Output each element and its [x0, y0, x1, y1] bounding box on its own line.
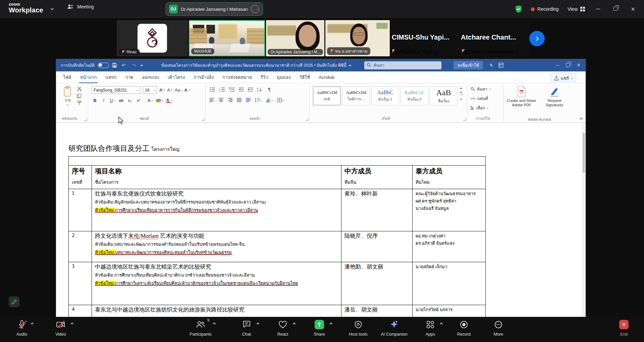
security-shield-icon[interactable] — [515, 5, 522, 13]
shared-screen-tab[interactable]: DJ Dr.Apiradee Jansaeng I Mahasara ··· — [166, 2, 263, 16]
end-meeting-button[interactable]: ✕ End — [605, 320, 642, 337]
underline-button[interactable]: U — [110, 98, 115, 103]
pen-mode-icon[interactable]: ✎ — [488, 63, 495, 68]
record-button[interactable]: Record — [445, 320, 482, 337]
grow-font-icon[interactable]: A˄ — [159, 88, 165, 93]
audio-options-chevron-icon[interactable] — [31, 323, 34, 325]
video-options-chevron-icon[interactable] — [71, 323, 73, 325]
numbering-icon[interactable]: 123 — [219, 87, 225, 92]
cut-icon[interactable] — [77, 87, 82, 91]
styles-dialog-launcher[interactable] — [463, 118, 466, 121]
apps-button[interactable]: Apps — [412, 320, 449, 337]
font-color-button[interactable]: A — [166, 98, 173, 103]
restore-window-button[interactable] — [611, 6, 620, 12]
style-heading1[interactable]: AaBbC หัวเรื่อง 1 — [371, 87, 399, 105]
video-tile-rinac[interactable]: Rinac — [117, 20, 188, 56]
tab-insert[interactable]: แทรก — [101, 71, 121, 83]
borders-icon[interactable] — [277, 98, 284, 102]
tab-file[interactable]: ไฟล์ — [59, 71, 76, 83]
document-scrollbar[interactable] — [582, 123, 586, 342]
style-title[interactable]: AaB ชื่อเรื่อง — [430, 87, 458, 105]
multilevel-list-icon[interactable] — [229, 87, 235, 92]
change-case-icon[interactable]: Aa — [175, 88, 182, 93]
apps-chevron-icon[interactable] — [440, 323, 443, 325]
line-spacing-icon[interactable] — [255, 98, 262, 102]
ai-companion-button[interactable]: AI Companion — [376, 320, 413, 337]
word-minimize-button[interactable]: ─ — [553, 63, 563, 68]
tab-references[interactable]: การอ้างอิง — [189, 71, 218, 83]
font-size-select[interactable]: 16 — [143, 86, 157, 94]
next-participants-button[interactable] — [529, 31, 545, 46]
recording-indicator[interactable]: Recording — [531, 6, 559, 12]
save-icon[interactable] — [112, 63, 117, 68]
justify-icon[interactable] — [237, 98, 242, 102]
find-button[interactable]: ค้นหา — [471, 86, 503, 92]
tab-acrobat[interactable]: Acrobat — [314, 72, 339, 82]
word-close-button[interactable]: × — [573, 62, 584, 69]
participants-button[interactable]: 9 Participants — [182, 320, 219, 337]
sign-in-button[interactable]: ลงชื่อเข้าใช้ — [453, 61, 483, 69]
request-signatures-button[interactable]: Request Signatures — [539, 86, 570, 122]
share-screen-button[interactable]: Share — [301, 320, 338, 337]
styles-scroll-up-icon[interactable] — [460, 88, 462, 90]
host-tools-button[interactable]: Host tools — [340, 320, 377, 337]
align-center-icon[interactable] — [219, 98, 224, 102]
paragraph-dialog-launcher[interactable] — [306, 118, 308, 121]
increase-indent-icon[interactable] — [248, 87, 253, 92]
video-button[interactable]: Video — [42, 320, 79, 337]
style-heading2[interactable]: AaBbCcC หัวเรื่อง 2 — [400, 87, 428, 105]
font-name-select[interactable]: FangSong_GB231: — [92, 86, 141, 94]
meeting-tab[interactable]: Meeting — [67, 4, 94, 9]
sort-icon[interactable]: AZ — [257, 87, 263, 92]
share-chevron-icon[interactable] — [330, 323, 332, 325]
bullets-icon[interactable] — [210, 87, 215, 92]
pilcrow-icon[interactable]: ¶ — [267, 87, 272, 92]
chat-button[interactable]: Chat — [228, 320, 265, 337]
tab-more-button[interactable]: ··· — [251, 5, 259, 13]
tab-view[interactable]: มุมมอง — [272, 71, 295, 83]
copy-icon[interactable] — [77, 94, 82, 98]
autosave-toggle[interactable] — [98, 63, 109, 68]
subscript-button[interactable]: x₂ — [127, 98, 132, 103]
document-area[interactable]: 研究团队合作项目及分工 โครงการใหญ่ 序号เลขที่ 项目名称ชื่… — [56, 123, 586, 342]
align-left-icon[interactable] — [210, 98, 215, 102]
clipboard-dialog-launcher[interactable] — [84, 118, 87, 121]
superscript-button[interactable]: x² — [136, 98, 141, 103]
italic-button[interactable]: I — [101, 98, 106, 103]
title-chevron-icon[interactable] — [349, 64, 351, 66]
video-tile-maxhub[interactable]: MAXHUB — [189, 20, 265, 56]
quick-toolbar-chevron-icon[interactable] — [141, 64, 143, 66]
paste-button[interactable]: วาง — [60, 86, 75, 108]
tab-home[interactable]: หน้าแรก — [76, 71, 101, 83]
react-chevron-icon[interactable] — [293, 323, 296, 325]
format-painter-icon[interactable] — [77, 101, 82, 105]
shrink-font-icon[interactable]: A˅ — [167, 88, 172, 93]
redo-icon[interactable]: ↷ — [130, 63, 138, 68]
highlight-color-button[interactable]: ab — [156, 98, 163, 103]
more-button[interactable]: More — [480, 320, 517, 337]
distribute-icon[interactable] — [246, 98, 251, 102]
align-right-icon[interactable] — [228, 98, 233, 102]
font-dialog-launcher[interactable] — [202, 118, 204, 121]
video-tile-apiradee[interactable]: Dr.Apiradee Jansaeng I M... — [266, 20, 324, 56]
tab-review[interactable]: รีวิว — [256, 71, 272, 83]
replace-button[interactable]: ab แทนที่ — [471, 95, 503, 102]
styles-gallery-more-icon[interactable] — [460, 95, 463, 101]
collapse-ribbon-icon[interactable] — [580, 118, 583, 121]
create-share-pdf-button[interactable]: Create and Share Adobe PDF — [506, 86, 537, 122]
shading-icon[interactable] — [266, 98, 273, 102]
audio-button[interactable]: Audio — [3, 320, 40, 337]
styles-scroll-down-icon[interactable] — [460, 91, 462, 93]
react-button[interactable]: React — [264, 320, 301, 337]
tab-design[interactable]: ออกแบบ — [138, 71, 163, 83]
tab-mailings[interactable]: การส่งจดหมาย — [218, 71, 256, 83]
share-document-button[interactable]: แชร์ — [550, 73, 576, 83]
minimize-window-button[interactable]: ─ — [594, 6, 602, 12]
chat-chevron-icon[interactable] — [256, 323, 259, 325]
search-input[interactable] — [364, 61, 441, 69]
tab-draw[interactable]: วาด — [121, 71, 138, 83]
style-no-spacing[interactable]: AaBbCcDd ไม่มีการเ... — [342, 87, 370, 105]
style-normal[interactable]: AaBbCcDd ปกติ — [313, 87, 341, 105]
close-window-button[interactable]: × — [629, 5, 637, 13]
tab-help[interactable]: วิธีใช้ — [295, 71, 315, 83]
